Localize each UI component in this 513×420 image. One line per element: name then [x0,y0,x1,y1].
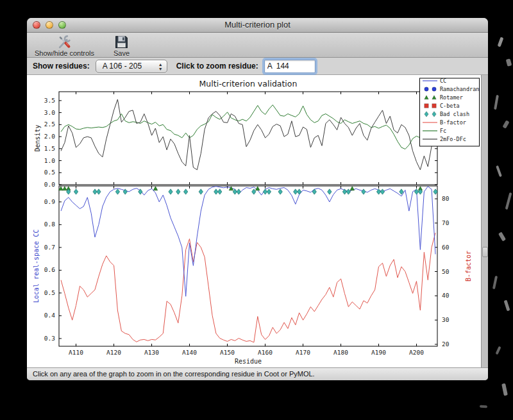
svg-text:B-factor: B-factor [465,251,472,281]
tools-icon [56,34,72,50]
svg-text:Residue: Residue [235,358,262,365]
show-residues-value: A 106 - 205 [103,62,142,71]
svg-text:0.0: 0.0 [44,181,55,188]
stepper-arrows-icon: ▲▼ [158,62,163,71]
svg-text:0.8: 0.8 [44,221,55,228]
svg-text:Rotamer: Rotamer [440,94,463,101]
background-artifact [501,383,508,396]
svg-text:0.9: 0.9 [44,198,55,205]
svg-text:Ramachandran: Ramachandran [440,86,479,92]
svg-text:30: 30 [442,316,450,323]
close-button[interactable] [33,21,40,29]
svg-text:2mFo-DFc: 2mFo-DFc [440,136,466,142]
svg-text:0.3: 0.3 [44,335,55,342]
plot-canvas[interactable]: A110A120A130A140A150A160A170A180A190A200… [27,75,488,367]
background-artifact [496,165,502,177]
svg-text:A180: A180 [333,349,348,356]
show-residues-label: Show residues: [33,62,90,71]
svg-text:A150: A150 [220,349,235,356]
background-artifact [492,276,498,289]
svg-text:Density: Density [34,124,41,151]
zoom-residue-label: Click to zoom residue: [176,62,258,71]
svg-text:A160: A160 [258,349,273,356]
status-bar: Click on any area of the graph to zoom i… [27,367,488,380]
show-hide-controls-button[interactable]: Show/hide controls [31,33,98,58]
background-artifact [498,231,506,241]
svg-text:CC: CC [440,78,446,84]
svg-text:A120: A120 [106,349,121,356]
svg-text:A140: A140 [182,349,197,356]
window-controls [33,21,66,29]
zoom-button[interactable] [58,21,66,29]
svg-text:1.0: 1.0 [44,157,55,164]
minimize-button[interactable] [46,21,53,29]
scrollbar-thumb[interactable] [482,247,488,257]
svg-text:A190: A190 [371,349,386,356]
svg-text:A130: A130 [144,349,159,356]
svg-text:Bad clash: Bad clash [440,111,469,117]
background-artifact [495,346,501,355]
svg-text:0.7: 0.7 [44,244,55,251]
background-artifact [498,37,504,47]
background-artifact [480,405,487,408]
svg-text:70: 70 [442,219,450,226]
svg-text:Local real-space CC: Local real-space CC [33,230,40,303]
svg-text:0.5: 0.5 [44,289,55,296]
svg-text:Multi-criterion validation: Multi-criterion validation [199,79,298,88]
vertical-scrollbar[interactable] [481,75,488,367]
toolbar: Show/hide controls Save [27,33,488,58]
background-artifact [505,192,512,210]
svg-text:50: 50 [442,268,450,275]
svg-text:C-beta: C-beta [440,103,460,109]
svg-text:60: 60 [442,244,450,251]
svg-text:2.5: 2.5 [44,121,55,128]
save-button[interactable]: Save [110,33,133,58]
svg-text:3.5: 3.5 [44,97,55,104]
controls-bar: Show residues: A 106 - 205 ▲▼ Click to z… [27,58,488,75]
svg-text:0.6: 0.6 [44,266,55,273]
svg-text:40: 40 [442,292,450,299]
background-artifact [506,58,512,66]
show-residues-select[interactable]: A 106 - 205 ▲▼ [96,60,167,73]
svg-text:3.0: 3.0 [44,109,55,116]
floppy-disk-icon [114,34,130,50]
background-artifact [503,300,510,312]
svg-text:A170: A170 [296,349,310,356]
zoom-residue-input[interactable] [264,60,315,73]
svg-text:80: 80 [442,195,450,202]
svg-text:B-factor: B-factor [440,119,466,126]
toolbar-item-label: Save [114,49,130,57]
app-window: Multi-criterion plot Show/hide controls [27,18,488,380]
desktop-background: { "window": { "title": "Multi-criterion … [0,0,513,420]
background-artifact [502,120,509,128]
status-message: Click on any area of the graph to zoom i… [33,370,315,378]
multi-criterion-figure[interactable]: A110A120A130A140A150A160A170A180A190A200… [27,75,481,367]
svg-text:A110: A110 [69,349,83,356]
toolbar-item-label: Show/hide controls [35,49,94,57]
background-artifact [494,95,499,110]
svg-text:Fc: Fc [440,128,446,134]
svg-text:20: 20 [442,340,450,348]
window-titlebar[interactable]: Multi-criterion plot [27,18,488,33]
svg-text:A200: A200 [409,349,424,356]
svg-text:0.4: 0.4 [44,312,55,319]
svg-text:0.5: 0.5 [44,169,55,176]
window-title: Multi-criterion plot [224,20,290,29]
svg-text:1.5: 1.5 [44,145,55,152]
svg-text:2.0: 2.0 [44,133,55,140]
